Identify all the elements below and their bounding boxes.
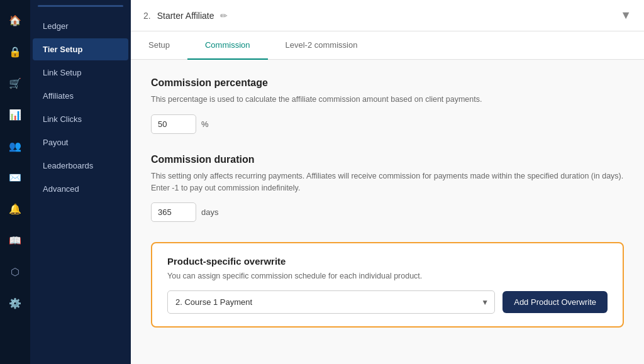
cart-icon[interactable]: 🛒 [5,73,25,93]
chart-icon[interactable]: 📊 [5,104,25,124]
overwrite-controls-row: 2. Course 1 Payment 3. Course 2 Payment … [167,290,608,314]
sidebar-divider [38,5,123,7]
sidebar-item-affiliates[interactable]: Affiliates [33,85,128,107]
sidebar-item-payout[interactable]: Payout [33,131,128,153]
commission-duration-input[interactable] [151,202,196,222]
commission-percentage-desc: This percentage is used to calculate the… [151,94,624,106]
header-title-row: 2. Starter Affiliate ✏ [143,11,228,21]
users-icon[interactable]: 👥 [5,136,25,156]
book-icon[interactable]: 📖 [5,230,25,250]
header-title: Starter Affiliate [157,11,214,21]
tab-level2-commission[interactable]: Level-2 commission [268,31,375,60]
product-select[interactable]: 2. Course 1 Payment 3. Course 2 Payment … [167,290,495,314]
product-select-wrapper: 2. Course 1 Payment 3. Course 2 Payment … [167,290,495,314]
tab-setup[interactable]: Setup [131,31,187,60]
product-overwrite-box: Product-specific overwrite You can assig… [151,242,624,328]
sidebar-item-link-setup[interactable]: Link Setup [33,62,128,84]
mail-icon[interactable]: ✉️ [5,167,25,187]
content-area: Commission percentage This percentage is… [131,60,644,364]
header-number: 2. [143,11,151,21]
sidebar-item-ledger[interactable]: Ledger [33,15,128,37]
overwrite-desc: You can assign specific commission sched… [167,272,608,280]
icon-rail: 🏠 🔒 🛒 📊 👥 ✉️ 🔔 📖 ⬡ ⚙️ [0,0,30,364]
tab-bar: Setup Commission Level-2 commission [131,31,644,60]
commission-percentage-title: Commission percentage [151,77,624,89]
header-bar: 2. Starter Affiliate ✏ ▼ [131,0,644,31]
commission-duration-title: Commission duration [151,154,624,165]
sidebar-item-tier-setup[interactable]: Tier Setup [33,38,128,60]
sidebar-item-leaderboards[interactable]: Leaderboards [33,155,128,177]
settings-icon[interactable]: ⚙️ [5,293,25,313]
commission-duration-input-row: days [151,202,624,222]
nodes-icon[interactable]: ⬡ [5,262,25,282]
commission-percentage-section: Commission percentage This percentage is… [151,77,624,134]
home-icon[interactable]: 🏠 [5,10,25,30]
add-product-overwrite-button[interactable]: Add Product Overwrite [502,291,608,313]
commission-percentage-unit: % [201,119,209,129]
sidebar-nav: Ledger Tier Setup Link Setup Affiliates … [30,0,131,364]
sidebar-item-link-clicks[interactable]: Link Clicks [33,108,128,130]
commission-duration-desc: This setting only affects recurring paym… [151,170,624,194]
bell-icon[interactable]: 🔔 [5,199,25,219]
main-content: 2. Starter Affiliate ✏ ▼ Setup Commissio… [131,0,644,364]
lock-icon[interactable]: 🔒 [5,41,25,62]
commission-duration-unit: days [201,207,218,217]
commission-percentage-input-row: % [151,114,624,134]
commission-percentage-input[interactable] [151,114,196,134]
sidebar-item-advanced[interactable]: Advanced [33,178,128,200]
collapse-icon[interactable]: ▼ [620,9,631,22]
commission-duration-section: Commission duration This setting only af… [151,154,624,223]
tab-commission[interactable]: Commission [187,31,268,60]
overwrite-title: Product-specific overwrite [167,256,608,267]
edit-icon[interactable]: ✏ [220,11,228,21]
